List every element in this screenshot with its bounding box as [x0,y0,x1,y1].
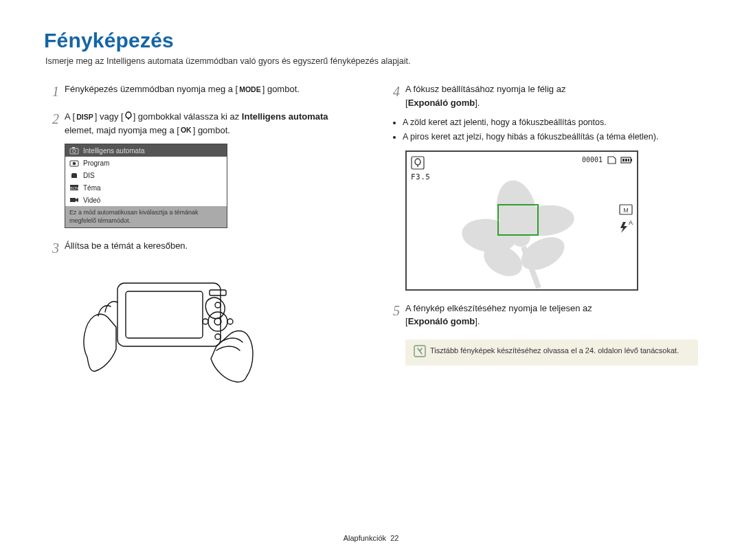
camera-in-hands-illustration [75,268,254,388]
mode-label: Videó [83,197,100,204]
camera-icon [69,146,79,155]
mode-item-video: Videó [65,194,227,206]
svg-point-14 [203,319,208,324]
mode-key-label: MODE [238,85,262,96]
focus-bullets: A zöld keret azt jelenti, hogy a fókuszb… [393,116,698,144]
mode-label: Téma [83,184,101,192]
step4-text: A fókusz beállításához nyomja le félig a… [405,84,565,94]
footer-page-number: 22 [390,534,398,542]
left-column: 1 Fényképezés üzemmódban nyomja meg a [M… [44,78,357,388]
two-column-layout: 1 Fényképezés üzemmódban nyomja meg a [M… [44,78,698,388]
step-number: 2 [44,109,59,135]
svg-point-10 [208,312,227,331]
svg-rect-25 [622,159,625,161]
mode-label: Intelligens automata [83,147,145,155]
step1-text-after: ] gombot. [262,84,300,94]
hand-icon [69,171,79,179]
focus-rectangle [497,204,539,236]
svg-point-4 [73,162,76,166]
step-3: 3 Állítsa be a témát a keresőben. [44,239,357,260]
svg-rect-26 [625,159,627,161]
mode-label: DIS [83,172,95,179]
step2-a: A [ [65,111,75,122]
svg-rect-7 [70,198,76,202]
svg-rect-27 [628,159,629,161]
step-number: 5 [385,300,400,327]
step-2: 2 A [DISP] vagy [] gombokkal válassza ki… [44,110,357,137]
step1-text-before: Fényképezés üzemmódban nyomja meg a [ [65,84,238,94]
memory-card-icon [607,156,616,164]
macro-mode-icon [411,156,425,172]
svg-rect-2 [72,147,75,148]
step5-text: A fénykép elkészítéséhez nyomja le telje… [405,303,592,313]
aperture-value: F3.5 [411,172,431,181]
svg-rect-28 [631,159,632,161]
shot-counter: 00001 [582,156,603,164]
step-5: 5 A fénykép elkészítéséhez nyomja le tel… [385,302,698,328]
scn-icon: SCN [69,183,79,192]
right-column: 4 A fókusz beállításához nyomja le félig… [385,78,698,388]
tip-note: Tisztább fényképek készítéséhez olvassa … [405,339,698,366]
mode-item-smart-auto: Intelligens automata [65,144,227,157]
step-number: 4 [385,81,400,108]
svg-text:M: M [623,207,629,214]
tip-text: Tisztább fényképek készítéséhez olvassa … [430,345,679,357]
video-icon [69,196,79,204]
mode-item-program: Program [65,157,227,169]
step5-bold: Exponáló gomb [408,316,475,326]
ok-key-label: OK [179,125,193,136]
mode-item-scene: SCN Téma [65,181,227,194]
page-intro: Ismerje meg az Intelligens automata üzem… [45,56,698,66]
step-number: 3 [44,238,59,258]
mode-hint: Ez a mód automatikusan kiválasztja a tém… [65,206,227,227]
step2-tail: ] gombot. [193,125,230,135]
step4-bold: Exponáló gomb [408,98,475,108]
flash-auto-a: A [629,219,633,226]
step2-after: elemet, majd nyomja meg a [ [65,125,179,135]
step2-bold: Intelligens automata [242,111,328,122]
info-icon [414,345,430,360]
svg-rect-8 [117,283,221,346]
svg-point-15 [227,319,233,324]
battery-icon [620,156,633,164]
footer-section: Alapfunkciók [344,534,386,542]
step4-tail: . [477,98,480,108]
svg-point-1 [73,150,76,153]
camera-p-icon [69,159,79,167]
step2-mid: ] vagy [ [95,111,124,122]
svg-rect-0 [70,148,78,154]
step3-text: Állítsa be a témát a keresőben. [65,239,357,260]
step2-end: ] gombokkal válassza ki az [133,111,242,122]
disp-key-label: DISP [75,112,95,123]
svg-rect-9 [126,291,203,338]
step-number: 1 [44,81,59,102]
mode-list-screenshot: Intelligens automata Program DIS SCN Tém… [65,144,227,228]
page-title: Fényképezés [44,29,698,52]
page-footer: Alapfunkciók 22 [0,534,742,542]
bullet-red: A piros keret azt jelzi, hogy hibás a fó… [403,131,698,144]
flash-auto-icon: A [618,221,633,237]
macro-icon [124,111,133,122]
svg-point-12 [215,302,221,308]
svg-point-13 [215,334,221,339]
step5-tail: . [477,316,480,326]
step-1: 1 Fényképezés üzemmódban nyomja meg a [M… [44,82,357,103]
mode-item-dis: DIS [65,169,227,181]
step-4: 4 A fókusz beállításához nyomja le félig… [385,82,698,109]
svg-rect-16 [210,290,226,295]
svg-text:SCN: SCN [70,186,79,190]
bullet-green: A zöld keret azt jelenti, hogy a fókuszb… [403,116,698,129]
image-size-icon: M [619,204,633,218]
mode-label: Program [83,159,109,167]
viewfinder-preview: F3.5 00001 M A [405,150,638,291]
